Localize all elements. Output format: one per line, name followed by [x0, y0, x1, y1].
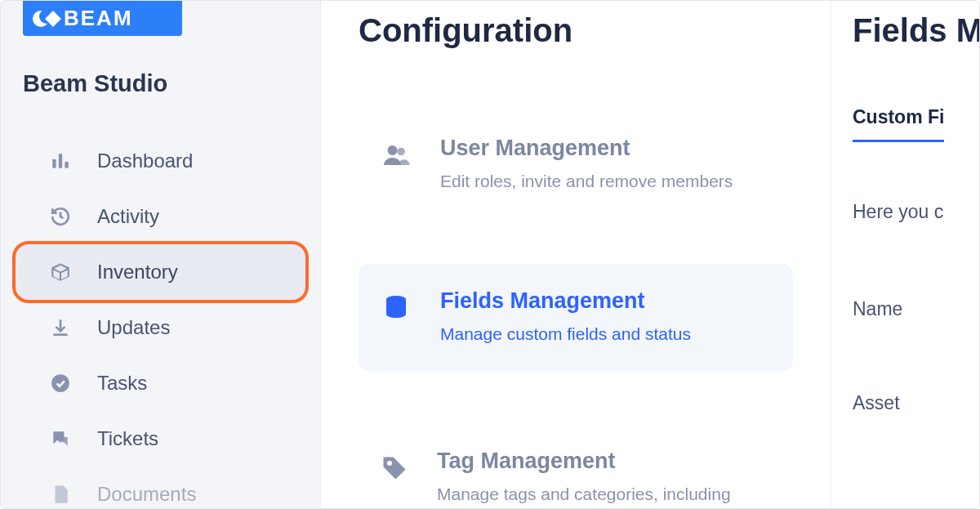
tab-custom-fields[interactable]: Custom Fi — [853, 106, 944, 142]
config-card-desc: Edit roles, invite and remove members — [440, 169, 733, 194]
config-card-title: User Management — [440, 136, 733, 161]
sidebar-item-tasks[interactable]: Tasks — [16, 355, 305, 411]
sidebar-item-inventory[interactable]: Inventory — [16, 244, 305, 300]
config-card-title: Fields Management — [440, 288, 691, 314]
config-card-tag-management[interactable]: Tag Management Manage tags and categorie… — [359, 424, 793, 509]
bar-chart-icon — [48, 150, 73, 172]
fields-heading: Fields M — [853, 12, 979, 49]
svg-rect-1 — [59, 154, 62, 167]
fields-panel: Fields M Custom Fi Here you c Name Asset — [831, 1, 979, 508]
fields-tabs: Custom Fi — [853, 106, 979, 142]
configuration-panel: Configuration User Management Edit roles… — [321, 1, 831, 508]
sidebar-nav: Dashboard Activity Inventory Updates — [1, 133, 320, 509]
document-icon — [48, 484, 73, 505]
configuration-heading: Configuration — [359, 12, 793, 49]
check-circle-icon — [48, 373, 73, 394]
sidebar-item-label: Dashboard — [97, 150, 193, 172]
sidebar-item-label: Tickets — [97, 427, 158, 450]
config-card-user-management[interactable]: User Management Edit roles, invite and r… — [359, 111, 793, 218]
chat-icon — [48, 428, 73, 449]
sidebar-item-updates[interactable]: Updates — [16, 300, 305, 355]
brand-logo[interactable]: BEAM — [23, 1, 182, 36]
sidebar-item-tickets[interactable]: Tickets — [16, 411, 305, 467]
sidebar-item-dashboard[interactable]: Dashboard — [16, 133, 305, 189]
sidebar-item-label: Activity — [97, 205, 159, 228]
tag-icon — [380, 449, 409, 483]
config-card-desc: Manage tags and categories, including ma… — [437, 482, 772, 509]
sidebar-item-documents[interactable]: Documents — [16, 467, 305, 509]
sidebar-item-label: Documents — [97, 483, 196, 506]
svg-point-7 — [387, 461, 392, 466]
svg-point-4 — [388, 145, 398, 155]
sidebar-item-label: Inventory — [97, 261, 178, 284]
users-icon — [380, 136, 412, 170]
sidebar-item-label: Updates — [97, 316, 170, 339]
svg-rect-2 — [65, 162, 68, 168]
download-icon — [48, 317, 73, 338]
fields-intro: Here you c — [853, 201, 979, 223]
config-card-fields-management[interactable]: Fields Management Manage custom fields a… — [359, 264, 793, 371]
box-icon — [48, 261, 73, 283]
brand-name: BEAM — [64, 6, 133, 31]
svg-point-3 — [51, 374, 69, 392]
config-card-desc: Manage custom fields and status — [440, 322, 691, 346]
field-label-name: Name — [853, 298, 979, 320]
svg-rect-0 — [52, 159, 56, 168]
svg-point-5 — [397, 148, 405, 156]
config-card-text: Fields Management Manage custom fields a… — [440, 288, 691, 346]
database-icon — [380, 288, 412, 323]
sidebar-item-activity[interactable]: Activity — [16, 189, 305, 244]
config-card-title: Tag Management — [437, 449, 772, 474]
sidebar-item-label: Tasks — [97, 372, 147, 395]
sidebar: BEAM Beam Studio Dashboard Activity — [1, 1, 321, 508]
workspace-title: Beam Studio — [23, 70, 320, 97]
beam-logo-icon — [33, 8, 59, 29]
config-card-text: Tag Management Manage tags and categorie… — [437, 449, 772, 509]
config-card-text: User Management Edit roles, invite and r… — [440, 136, 733, 194]
history-icon — [48, 206, 73, 227]
field-label-asset: Asset — [853, 392, 979, 414]
